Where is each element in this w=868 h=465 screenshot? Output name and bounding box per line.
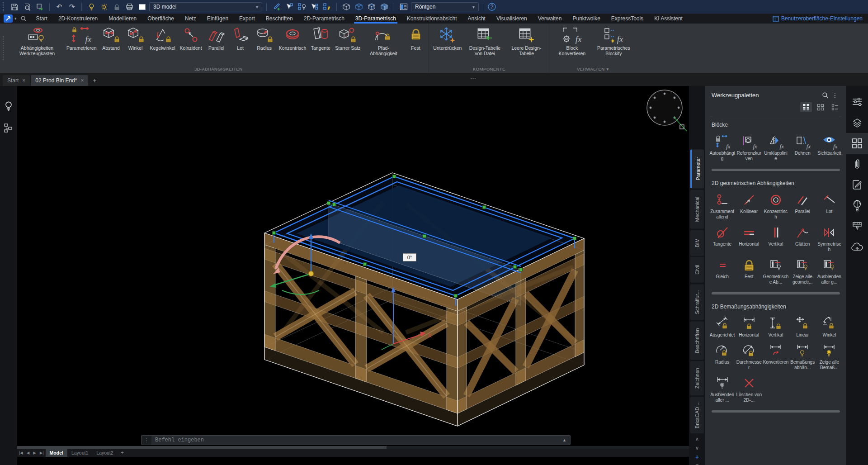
palette-item-fest[interactable]: Fest bbox=[736, 255, 762, 288]
search-icon[interactable] bbox=[20, 15, 27, 22]
palette-item-loeschen-von-2d[interactable]: Löschen von 2D-... bbox=[736, 373, 762, 406]
isolate-entities-button[interactable] bbox=[296, 1, 307, 12]
hide-entities-button[interactable] bbox=[309, 1, 320, 12]
viewport[interactable]: X 0° ⋮ Befehl eingeben ▲ bbox=[17, 86, 689, 449]
display-panel-icon[interactable] bbox=[398, 1, 409, 12]
select-entities-button[interactable] bbox=[283, 1, 294, 12]
btn-konzentrisch[interactable]: Konzentrisch bbox=[277, 25, 309, 52]
palette-item-lot[interactable]: Lot bbox=[816, 190, 843, 223]
edit-entities-button[interactable] bbox=[321, 1, 332, 12]
side-tab-zeichnen[interactable]: Zeichnen bbox=[690, 361, 704, 395]
palette-item-vertikal-geo[interactable]: Vertikal bbox=[762, 223, 789, 255]
tab-layout1[interactable]: Layout1 bbox=[67, 449, 92, 457]
preview-button[interactable] bbox=[22, 1, 33, 12]
btn-pfad-abhaengigkeit[interactable]: Pfad-Abhängigkeit bbox=[363, 25, 404, 57]
tab-verwalten[interactable]: Verwalten bbox=[533, 14, 567, 24]
btn-abstand[interactable]: Abstand bbox=[99, 25, 123, 52]
command-grip[interactable]: ⋮ bbox=[142, 436, 151, 445]
view-list-button[interactable] bbox=[829, 102, 841, 112]
btn-parametrisches-blockify[interactable]: fx Parametrisches Blockify bbox=[593, 25, 634, 57]
palette-item-linear[interactable]: Linear bbox=[789, 313, 816, 341]
doctab-02-prod-bin-end[interactable]: 02 Prod Bin End* × bbox=[31, 75, 88, 86]
tab-start[interactable]: Start bbox=[31, 14, 52, 24]
tab-konstruktionsabsicht[interactable]: Konstruktionsabsicht bbox=[402, 14, 462, 24]
view-wireframe-icon[interactable] bbox=[341, 1, 352, 12]
layer-on-icon[interactable] bbox=[86, 1, 97, 12]
palette-item-horizontal-dim[interactable]: Horizontal bbox=[736, 313, 762, 341]
side-tab-beschriften[interactable]: Beschriften bbox=[690, 322, 704, 360]
style-dropdown[interactable]: 3D model ▾ bbox=[149, 2, 262, 11]
palette-item-autoabhaengig[interactable]: fx Autoabhängig bbox=[709, 132, 736, 164]
palette-item-gleich[interactable]: Gleich bbox=[709, 255, 736, 288]
palette-item-konvertieren[interactable]: Konvertieren bbox=[762, 341, 789, 373]
app-menu-button[interactable] bbox=[4, 14, 13, 23]
render-mode-dropdown[interactable]: Röntgen ▾ bbox=[411, 2, 479, 11]
tab-oberflaeche[interactable]: Oberfläche bbox=[142, 14, 179, 24]
palette-item-durchmesser[interactable]: Durchmesser bbox=[736, 341, 762, 373]
nav-prev-button[interactable]: ◀ bbox=[25, 451, 32, 455]
palette-item-ausgerichtet[interactable]: Ausgerichtet bbox=[709, 313, 736, 341]
group-caption[interactable]: VERWALTEN▾ bbox=[551, 65, 634, 73]
palette-item-horizontal-geo[interactable]: Horizontal bbox=[736, 223, 762, 255]
tab-punktwolke[interactable]: Punktwolke bbox=[567, 14, 605, 24]
view-grid-button[interactable] bbox=[815, 102, 826, 112]
side-tab-civil[interactable]: Civil bbox=[690, 257, 704, 283]
add-layout-button[interactable]: + bbox=[118, 450, 127, 456]
tool-palettes-icon[interactable] bbox=[846, 133, 868, 154]
palette-item-tangente[interactable]: Tangente bbox=[709, 223, 736, 255]
palette-item-symmetrisch[interactable]: Symmetrisch bbox=[816, 223, 843, 255]
tab-beschriften[interactable]: Beschriften bbox=[261, 14, 298, 24]
print-button[interactable] bbox=[124, 1, 135, 12]
save-button[interactable] bbox=[9, 1, 20, 12]
tips-lamp-icon[interactable] bbox=[2, 100, 15, 113]
btn-unterdruecken[interactable]: Unterdrücken bbox=[431, 25, 464, 52]
layers-icon[interactable] bbox=[846, 112, 868, 133]
side-tab-schraffur[interactable]: Schraffur... bbox=[690, 284, 704, 320]
btn-winkel[interactable]: Winkel bbox=[123, 25, 148, 52]
view-render-icon[interactable] bbox=[379, 1, 390, 12]
palette-item-ausblenden-aller-geometrischen[interactable]: Ausblenden aller g... bbox=[816, 255, 843, 288]
color-swatch[interactable] bbox=[137, 1, 147, 12]
palette-menu-button[interactable]: ≡ bbox=[689, 461, 705, 465]
tab-visualisieren[interactable]: Visualisieren bbox=[491, 14, 532, 24]
view-section-icon[interactable] bbox=[366, 1, 377, 12]
btn-design-tabelle-von-datei[interactable]: Design-Tabelle von Datei bbox=[464, 25, 505, 57]
btn-abhaengigkeiten-werkzeugkasten[interactable]: Abhängigkeiten Werkzeugkasten bbox=[10, 25, 64, 57]
undo-button[interactable]: ↶ bbox=[54, 1, 65, 12]
tab-netz[interactable]: Netz bbox=[180, 14, 201, 24]
command-input[interactable]: Befehl eingeben bbox=[151, 437, 562, 443]
btn-parametrieren[interactable]: fx Parametrieren bbox=[64, 25, 99, 52]
btn-kegelwinkel[interactable]: Kegelwinkel bbox=[148, 25, 178, 52]
eyedropper-button[interactable] bbox=[271, 1, 282, 12]
btn-parallel[interactable]: Parallel bbox=[204, 25, 229, 52]
palette-item-radius-dim[interactable]: Radius bbox=[709, 341, 736, 373]
help-button[interactable]: ? bbox=[487, 2, 496, 11]
search-icon[interactable] bbox=[820, 92, 830, 99]
btn-tangente[interactable]: Tangente bbox=[308, 25, 333, 52]
add-palette-button[interactable]: + bbox=[689, 452, 705, 461]
horizontal-scrollbar[interactable] bbox=[17, 446, 689, 449]
view-compass[interactable] bbox=[647, 90, 687, 131]
tab-einfuegen[interactable]: Einfügen bbox=[202, 14, 233, 24]
ribbon-grip[interactable] bbox=[3, 36, 7, 60]
doctab-overflow[interactable]: ⋯ bbox=[470, 75, 477, 82]
palette-item-parallel[interactable]: Parallel bbox=[789, 190, 816, 223]
app-menu-caret[interactable]: ▾ bbox=[14, 16, 17, 21]
tab-2d-konstruieren[interactable]: 2D-Konstruieren bbox=[53, 14, 103, 24]
attachments-paperclip-icon[interactable] bbox=[846, 154, 868, 175]
doctab-start[interactable]: Start × bbox=[3, 75, 30, 86]
lock-ui-icon[interactable] bbox=[111, 1, 122, 12]
nav-last-button[interactable]: ▶| bbox=[38, 451, 46, 455]
tab-expresstools[interactable]: ExpressTools bbox=[606, 14, 648, 24]
tab-model[interactable]: Model bbox=[46, 449, 67, 457]
palette-item-sichtbarkeit[interactable]: fx Sichtbarkeit bbox=[816, 132, 843, 164]
close-icon[interactable]: × bbox=[80, 77, 84, 84]
btn-starrer-satz[interactable]: Starrer Satz bbox=[333, 25, 363, 52]
cloud-upload-icon[interactable] bbox=[846, 237, 868, 258]
side-tab-bricscad[interactable]: BricsCAD ... bbox=[690, 397, 704, 433]
command-expand-icon[interactable]: ▲ bbox=[562, 438, 570, 442]
publish-button[interactable] bbox=[34, 1, 45, 12]
palette-item-zusammenfallend[interactable]: Zusammenfallend bbox=[709, 190, 736, 223]
nav-first-button[interactable]: |◀ bbox=[17, 451, 25, 455]
palette-item-referenzkurven[interactable]: fx Referenzkurven bbox=[736, 132, 762, 164]
